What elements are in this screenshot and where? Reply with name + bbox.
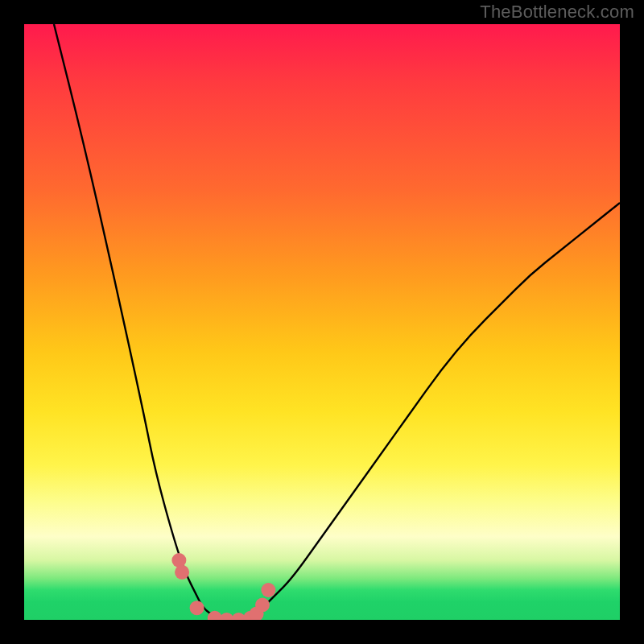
trough-marker — [190, 601, 204, 615]
trough-marker — [255, 598, 270, 613]
attribution-text: TheBottleneck.com — [480, 2, 634, 23]
plot-area — [24, 24, 620, 620]
chart-frame: TheBottleneck.com — [0, 0, 644, 644]
trough-markers — [171, 553, 275, 620]
trough-marker — [175, 565, 189, 580]
bottleneck-curve — [54, 24, 620, 620]
curve-layer — [24, 24, 620, 620]
trough-marker — [261, 583, 275, 597]
